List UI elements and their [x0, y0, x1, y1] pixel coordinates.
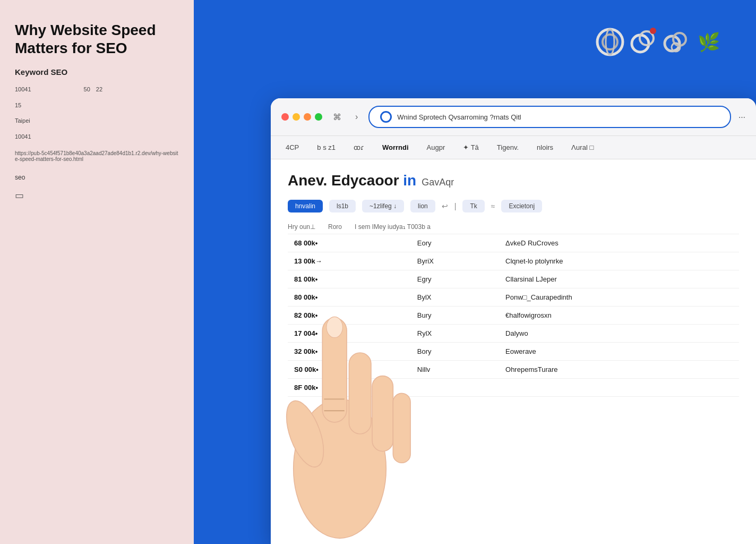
browser-icon-4: 🌿 [693, 27, 724, 57]
sidebar-tag: seo [15, 174, 179, 181]
cell-volume: 81 00k• [288, 270, 411, 288]
cell-col3: OhrepemsTurare [499, 361, 739, 379]
nav-tab-ta[interactable]: ✦ Tā [459, 141, 483, 154]
cell-col3 [499, 379, 739, 397]
sidebar-meta-4: 10041 [15, 132, 179, 142]
nav-tab-augpr[interactable]: Augpr [423, 141, 450, 154]
traffic-light-orange[interactable] [304, 113, 311, 121]
table-tab-row: hnvalin ls1b ~1zlifeg ↓ lion ↩ | Tk ≈ Ex… [288, 200, 739, 212]
top-icons-area: 🌿 [595, 27, 724, 57]
tab-arrow-icon[interactable]: ↩ [442, 202, 448, 210]
browser-icon-1 [595, 27, 625, 57]
cell-volume: 17 004• [288, 325, 411, 343]
table-row: 82 00k• Bury €halfowigrosxn [288, 307, 739, 325]
cell-col2: RylX [411, 325, 499, 343]
traffic-lights [281, 113, 322, 121]
table-row: 17 004• RylX Dalywo [288, 325, 739, 343]
tab-ls1b[interactable]: ls1b [329, 200, 356, 212]
nav-tab-nloirs[interactable]: nloirs [532, 141, 557, 154]
table-row: 80 00k• BylX Ponw□_Caurapedinth [288, 288, 739, 307]
table-row: 13 00k→ ByriX Clqnet-lo ptolynrke [288, 252, 739, 270]
subrow-1: Hry oun⊥ [288, 223, 315, 231]
page-heading: Anev. Edycaoor in [288, 172, 416, 189]
subrow-3: I sem IMey iudya₁ T003b a [355, 223, 431, 231]
table-row: 8F 00k• [288, 379, 739, 397]
subrow-2: Roro [328, 223, 342, 231]
page-content: Anev. Edycaoor in GavAqr hnvalin ls1b ~1… [271, 159, 756, 410]
sidebar: Why Website Speed Matters for SEO Keywor… [0, 0, 194, 544]
traffic-light-green[interactable] [315, 113, 322, 121]
cell-col2: Eory [411, 234, 499, 252]
tab-approx-icon[interactable]: ≈ [491, 202, 495, 210]
svg-point-0 [597, 29, 623, 55]
cell-col3: €halfowigrosxn [499, 307, 739, 325]
sidebar-meta-2: 15 [15, 101, 179, 110]
plant-icon: 🌿 [698, 31, 720, 53]
tab-separator: | [454, 202, 457, 210]
cell-col3: Dalywo [499, 325, 739, 343]
nav-tab-aural[interactable]: Ʌural □ [567, 141, 598, 154]
cell-col3: Cllarsinal LJeper [499, 270, 739, 288]
cell-volume: 82 00k• [288, 307, 411, 325]
sidebar-meta-3: Taipei [15, 116, 179, 126]
browser-window: ⌘ › Wnind Sprotech Qvsarroming ?rnats Qi… [271, 98, 756, 544]
cell-col2: Egry [411, 270, 499, 288]
svg-point-2 [606, 29, 614, 55]
nav-tab-2[interactable]: b s z1 [313, 141, 340, 154]
tab-tk[interactable]: Tk [462, 200, 484, 212]
cell-volume: 68 00k• [288, 234, 411, 252]
svg-point-8 [294, 399, 386, 538]
data-table: 68 00k• Eory ΔvkeD RuCroves 13 00k→ Byri… [288, 234, 739, 397]
cell-col3: Ponw□_Caurapedinth [499, 288, 739, 307]
cell-col3: ΔvkeD RuCroves [499, 234, 739, 252]
address-text: Wnind Sprotech Qvsarroming ?rnats Qitl [397, 113, 719, 121]
table-subrow: Hry oun⊥ Roro I sem IMey iudya₁ T003b a [288, 219, 739, 234]
tab-excietoni[interactable]: Excietonj [501, 200, 542, 212]
cell-col2: Bory [411, 343, 499, 361]
main-area: 🌿 ⌘ › Wnind Sprotech Qvsarroming ?rnats … [194, 0, 756, 544]
cell-col3: Clqnet-lo ptolynrke [499, 252, 739, 270]
address-bar[interactable]: Wnind Sprotech Qvsarroming ?rnats Qitl [368, 106, 731, 128]
sidebar-title: Why Website Speed Matters for SEO [15, 21, 179, 57]
tab-hnvalin[interactable]: hnvalin [288, 200, 323, 212]
nav-tab-tigenv[interactable]: Tigenv. [493, 141, 523, 154]
nav-tab-1[interactable]: 4CP [281, 141, 303, 154]
nav-tab-3[interactable]: ꝏɾ [349, 141, 368, 154]
sidebar-subtitle: Keyword SEO [15, 67, 179, 76]
browser-icon-2 [628, 27, 658, 57]
traffic-light-yellow[interactable] [293, 113, 300, 121]
cell-col2: Nillv [411, 361, 499, 379]
cell-col3: Eowerave [499, 343, 739, 361]
sidebar-meta-1: 10041 50 22 [15, 85, 179, 95]
cell-col2: Bury [411, 307, 499, 325]
cell-col2: ByriX [411, 252, 499, 270]
page-subheading: GavAqr [422, 177, 454, 188]
toolbar-extra-text: ⋯ [738, 113, 745, 121]
tab-lion[interactable]: lion [410, 200, 435, 212]
nav-back-btn[interactable]: ⌘ [330, 110, 345, 124]
browser-nav: 4CP b s z1 ꝏɾ Worrndi Augpr ✦ Tā Tigenv.… [271, 136, 756, 159]
sidebar-small-icon: ▭ [15, 190, 179, 201]
cell-volume: S0 00k• [288, 361, 411, 379]
cell-volume: 8F 00k• [288, 379, 411, 397]
svg-point-1 [603, 35, 617, 49]
cell-col2: BylX [411, 288, 499, 307]
nav-tab-wormdi[interactable]: Worrndi [378, 141, 413, 154]
browser-icon-3 [660, 27, 691, 57]
browser-toolbar: ⌘ › Wnind Sprotech Qvsarroming ?rnats Qi… [271, 98, 756, 136]
address-circle-icon [380, 111, 392, 123]
cell-volume: 80 00k• [288, 288, 411, 307]
tab-1zlifeg[interactable]: ~1zlifeg ↓ [362, 200, 404, 212]
cell-col2 [411, 379, 499, 397]
traffic-light-red[interactable] [281, 113, 289, 121]
page-heading-blue: in [399, 172, 417, 189]
table-row: 68 00k• Eory ΔvkeD RuCroves [288, 234, 739, 252]
cell-volume: 13 00k→ [288, 252, 411, 270]
table-row: 32 00k• Bory Eowerave [288, 343, 739, 361]
table-row: 81 00k• Egry Cllarsinal LJeper [288, 270, 739, 288]
sidebar-url: https://pub-5c454f571b8e40a3a2aad27ade84… [15, 150, 179, 162]
table-row: S0 00k• Nillv OhrepemsTurare [288, 361, 739, 379]
cell-volume: 32 00k• [288, 343, 411, 361]
nav-forward-btn[interactable]: › [352, 110, 361, 124]
page-heading-normal: Anev. Edycaoor [288, 172, 399, 189]
